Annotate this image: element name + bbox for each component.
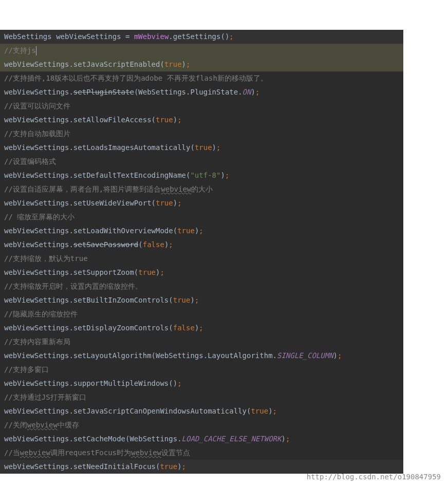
code-line[interactable]: //支持自动加载图片 — [0, 127, 403, 141]
code-token: false — [143, 240, 164, 249]
code-line[interactable]: //支持插件,18版本以后也不再支持了因为adobe 不再开发flash新的移动… — [0, 71, 403, 85]
code-token: webViewSettings.setCacheMode(WebSettings… — [4, 435, 182, 443]
code-line[interactable]: webViewSettings.setLoadsImagesAutomatica… — [0, 141, 403, 155]
code-token: 中缓存 — [58, 421, 79, 429]
code-token: ; — [199, 227, 203, 235]
code-token: ; — [186, 60, 190, 68]
code-token: webview — [161, 185, 191, 193]
code-line[interactable]: webViewSettings.setPluginState(WebSettin… — [0, 85, 403, 99]
code-line[interactable]: webViewSettings.setLoadWithOverviewMode(… — [0, 224, 403, 238]
code-token: //设置自适应屏幕，两者合用,将图片调整到适合 — [4, 185, 161, 193]
code-token: ) — [220, 171, 225, 179]
code-line[interactable]: //设置自适应屏幕，两者合用,将图片调整到适合webview的大小 — [0, 182, 403, 196]
code-line[interactable]: webViewSettings.setDisplayZoomControls(f… — [0, 321, 403, 335]
code-token: //当 — [4, 448, 20, 457]
code-token: WebSettings webViewSettings = — [4, 32, 134, 41]
code-token: //支持自动加载图片 — [4, 129, 70, 138]
code-line[interactable]: // 缩放至屏幕的大小 — [0, 210, 403, 224]
code-line[interactable]: //支持js — [0, 44, 403, 58]
code-token: ; — [195, 296, 199, 304]
code-token: SINGLE_COLUMN — [277, 351, 333, 360]
code-line[interactable]: //设置可以访问文件 — [0, 99, 403, 113]
code-line[interactable]: //支持内容重新布局 — [0, 335, 403, 349]
code-token: //支持js — [4, 46, 36, 54]
code-token: ) — [173, 199, 177, 207]
code-token: ) — [182, 60, 186, 68]
code-token: true — [173, 296, 191, 304]
code-token: true — [164, 60, 182, 68]
code-token: 调用requestFocus时为 — [50, 448, 131, 457]
code-token: webViewSettings.setSupportZoom( — [4, 268, 138, 276]
code-token: true — [177, 227, 195, 235]
code-token: false — [173, 324, 195, 332]
code-line[interactable]: webViewSettings.setJavaScriptEnabled(tru… — [0, 58, 403, 71]
code-token: true — [138, 268, 156, 276]
code-token: ON — [242, 88, 251, 96]
code-token: ; — [177, 116, 181, 124]
code-token: 设置节点 — [161, 448, 190, 457]
code-token: true — [160, 462, 177, 471]
code-token: webViewSettings.setLoadsImagesAutomatica… — [4, 143, 195, 152]
code-token: ; — [286, 435, 290, 443]
code-token: webViewSettings.setUseWideViewPort( — [4, 199, 156, 207]
code-token: //隐藏原生的缩放控件 — [4, 310, 78, 318]
code-token: ) — [268, 407, 272, 415]
code-token: ) — [173, 116, 177, 124]
code-token: ; — [177, 379, 181, 387]
code-token: ; — [160, 268, 164, 276]
code-line[interactable]: webViewSettings.setAllowFileAccess(true)… — [0, 113, 403, 127]
code-token: setPluginState — [73, 88, 134, 96]
code-line[interactable]: webViewSettings.setUseWideViewPort(true)… — [0, 196, 403, 210]
code-line[interactable]: //支持缩放开启时，设置内置的缩放控件。 — [0, 279, 403, 293]
code-line[interactable]: //关闭webview中缓存 — [0, 418, 403, 432]
code-token: //支持通过JS打开新窗口 — [4, 393, 86, 401]
code-line[interactable]: webViewSettings.supportMultipleWindows()… — [0, 377, 403, 390]
code-token: mWebview — [134, 32, 169, 41]
code-token: webViewSettings.setJavaScriptEnabled( — [4, 60, 164, 68]
code-token: ; — [182, 462, 186, 471]
code-line[interactable]: //隐藏原生的缩放控件 — [0, 307, 403, 321]
code-line[interactable]: WebSettings webViewSettings = mWebview.g… — [0, 30, 403, 44]
code-token: webViewSettings.setNeedInitialFocus( — [4, 462, 160, 471]
code-token: webViewSettings.setAllowFileAccess( — [4, 116, 156, 124]
code-line[interactable]: webViewSettings.setCacheMode(WebSettings… — [0, 432, 403, 446]
code-line[interactable]: //支持缩放，默认为true — [0, 252, 403, 266]
code-token: webViewSettings.setBuiltInZoomControls( — [4, 296, 173, 304]
code-line[interactable]: webViewSettings.setSupportZoom(true); — [0, 266, 403, 279]
code-editor[interactable]: WebSettings webViewSettings = mWebview.g… — [0, 30, 403, 474]
code-token: webview — [20, 448, 50, 457]
code-token: "utf-8" — [190, 171, 220, 179]
code-token: (WebSettings.PluginState. — [134, 88, 242, 96]
code-token: webview — [131, 448, 161, 457]
code-token: //支持多窗口 — [4, 365, 49, 373]
code-token: //支持缩放，默认为true — [4, 254, 88, 263]
code-token: //支持插件,18版本以后也不再支持了因为adobe 不再开发flash新的移动… — [4, 74, 268, 82]
code-token: ) — [251, 88, 255, 96]
code-line[interactable]: webViewSettings.setJavaScriptCanOpenWind… — [0, 404, 403, 418]
text-cursor — [36, 46, 36, 55]
code-line[interactable]: webViewSettings.setSavePassword(false); — [0, 238, 403, 252]
code-token: ) — [333, 351, 338, 360]
watermark-text: http://blog.csdn.net/o190847959 — [307, 473, 441, 481]
code-token: ) — [190, 296, 194, 304]
code-token: //设置编码格式 — [4, 157, 56, 165]
code-line[interactable]: webViewSettings.setNeedInitialFocus(true… — [0, 460, 403, 474]
code-line[interactable]: webViewSettings.setBuiltInZoomControls(t… — [0, 293, 403, 307]
code-token: ) — [281, 435, 285, 443]
code-token: webViewSettings.setLayoutAlgorithm(WebSe… — [4, 351, 277, 360]
code-token: //关闭 — [4, 421, 27, 429]
code-token: webViewSettings.setDisplayZoomControls( — [4, 324, 173, 332]
code-token: webViewSettings.setLoadWithOverviewMode( — [4, 227, 177, 235]
code-line[interactable]: //设置编码格式 — [0, 155, 403, 169]
code-token: //设置可以访问文件 — [4, 102, 70, 110]
code-line[interactable]: //当webview调用requestFocus时为webview设置节点 — [0, 446, 403, 460]
code-token: true — [156, 116, 173, 124]
code-token: //支持缩放开启时，设置内置的缩放控件。 — [4, 282, 142, 290]
code-line[interactable]: webViewSettings.setDefaultTextEncodingNa… — [0, 169, 403, 182]
code-line[interactable]: webViewSettings.setLayoutAlgorithm(WebSe… — [0, 349, 403, 363]
code-line[interactable]: //支持通过JS打开新窗口 — [0, 390, 403, 404]
code-line[interactable]: //支持多窗口 — [0, 363, 403, 377]
code-token: ; — [225, 171, 229, 179]
code-token: ( — [138, 240, 142, 249]
code-token: webViewSettings.setJavaScriptCanOpenWind… — [4, 407, 251, 415]
